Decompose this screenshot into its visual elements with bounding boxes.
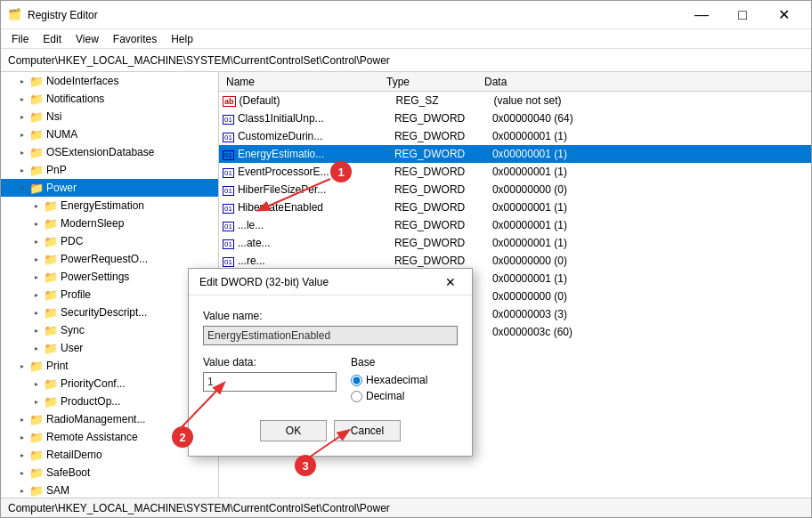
tree-expander-icon[interactable]	[29, 252, 44, 266]
tree-item[interactable]: 📁PnP	[1, 161, 218, 179]
close-button[interactable]: ✕	[763, 1, 804, 29]
tree-item[interactable]: 📁SAM	[1, 482, 218, 498]
menu-edit[interactable]: Edit	[36, 31, 69, 47]
tree-expander-icon[interactable]	[29, 376, 44, 391]
tree-item[interactable]: 📁SecurityDescript...	[1, 304, 218, 321]
table-row[interactable]: 01...ate...REG_DWORD0x00000001 (1)	[219, 234, 811, 252]
tree-item[interactable]: 📁Print	[1, 357, 218, 375]
tree-item[interactable]: 📁ProductOp...	[1, 393, 218, 410]
tree-expander-icon[interactable]	[15, 127, 29, 142]
tree-item[interactable]: 📁User	[1, 339, 218, 357]
dialog-close-button[interactable]: ✕	[440, 271, 461, 293]
folder-icon: 📁	[29, 93, 44, 106]
value-data-input[interactable]	[203, 372, 337, 392]
tree-item[interactable]: 📁Remote Assistance	[1, 428, 218, 446]
menu-view[interactable]: View	[69, 31, 106, 47]
tree-item[interactable]: 📁NUMA	[1, 125, 218, 143]
column-headers: Name Type Data	[219, 72, 811, 92]
tree-item-label: Nsi	[46, 110, 61, 123]
table-row[interactable]: 01EventProcessorE...REG_DWORD0x00000001 …	[219, 163, 811, 181]
radio-hexadecimal[interactable]: Hexadecimal	[351, 374, 458, 386]
tree-expander-icon[interactable]	[15, 359, 29, 373]
tree-expander-icon[interactable]	[29, 198, 44, 213]
tree-item[interactable]: 📁PriorityConf...	[1, 375, 218, 393]
tree-item[interactable]: 📁OSExtensionDatabase	[1, 143, 218, 161]
tree-expander-icon[interactable]	[29, 341, 44, 355]
tree-expander-icon[interactable]	[15, 74, 29, 88]
tree-expander-icon[interactable]	[15, 109, 29, 124]
folder-icon: 📁	[44, 199, 58, 213]
tree-item[interactable]: 📁RadioManagement...	[1, 410, 218, 428]
registry-entry-icon: 01	[223, 183, 234, 196]
tree-item-label: Remote Assistance	[46, 431, 138, 443]
cancel-button[interactable]: Cancel	[334, 420, 401, 441]
tree-expander-icon[interactable]	[15, 181, 29, 195]
tree-item[interactable]: 📁SafeBoot	[1, 464, 218, 482]
table-row[interactable]: 01EnergyEstimatio...REG_DWORD0x00000001 …	[219, 145, 811, 163]
tree-item[interactable]: 📁PDC	[1, 232, 218, 250]
col-header-type[interactable]: Type	[383, 76, 481, 88]
registry-entry-icon: 01	[223, 237, 234, 249]
minimize-button[interactable]: —	[681, 1, 722, 29]
table-row[interactable]: 01...re...REG_DWORD0x00000000 (0)	[219, 252, 811, 270]
tree-item[interactable]: 📁EnergyEstimation	[1, 197, 218, 214]
table-row[interactable]: ab(Default)REG_SZ(value not set)	[219, 92, 811, 109]
folder-icon: 📁	[29, 110, 44, 124]
tree-item[interactable]: 📁Nsi	[1, 108, 218, 125]
tree-item[interactable]: 📁PowerRequestO...	[1, 250, 218, 268]
menu-help[interactable]: Help	[164, 31, 200, 47]
value-name-input[interactable]	[203, 326, 458, 345]
tree-expander-icon[interactable]	[15, 145, 29, 159]
menu-favorites[interactable]: Favorites	[106, 31, 164, 47]
window-title: Registry Editor	[28, 9, 681, 21]
tree-item-label: PriorityConf...	[61, 377, 126, 390]
tree-item[interactable]: 📁NodeInterfaces	[1, 72, 218, 90]
folder-icon: 📁	[44, 235, 58, 248]
address-path[interactable]: Computer\HKEY_LOCAL_MACHINE\SYSTEM\Curre…	[8, 54, 390, 67]
col-header-data[interactable]: Data	[481, 76, 808, 88]
radio-decimal[interactable]: Decimal	[351, 390, 458, 402]
tree-expander-icon[interactable]	[15, 483, 29, 498]
folder-icon: 📁	[44, 342, 58, 355]
tree-expander-icon[interactable]	[15, 448, 29, 462]
table-row[interactable]: 01Class1InitialUnp...REG_DWORD0x00000040…	[219, 109, 811, 127]
tree-item[interactable]: 📁Profile	[1, 286, 218, 304]
decimal-radio[interactable]	[351, 391, 362, 402]
tree-expander-icon[interactable]	[15, 430, 29, 444]
tree-expander-icon[interactable]	[29, 305, 44, 320]
tree-item[interactable]: 📁ModernSleep	[1, 214, 218, 232]
table-row[interactable]: 01CustomizeDurin...REG_DWORD0x00000001 (…	[219, 127, 811, 145]
registry-entry-data: 0x00000000 (0)	[492, 290, 808, 303]
tree-item[interactable]: 📁RetailDemo	[1, 446, 218, 464]
tree-expander-icon[interactable]	[29, 270, 44, 284]
tree-item[interactable]: 📁Notifications	[1, 90, 218, 108]
hexadecimal-radio[interactable]	[351, 375, 362, 386]
tree-expander-icon[interactable]	[15, 163, 29, 177]
ok-button[interactable]: OK	[260, 420, 327, 441]
registry-entry-type: REG_DWORD	[394, 166, 492, 178]
tree-expander-icon[interactable]	[15, 412, 29, 426]
registry-entry-data: 0x00000001 (1)	[492, 219, 808, 231]
tree-expander-icon[interactable]	[29, 394, 44, 409]
tree-expander-icon[interactable]	[15, 92, 29, 106]
tree-item[interactable]: 📁Power	[1, 179, 218, 197]
tree-item[interactable]: 📁Sync	[1, 321, 218, 339]
tree-expander-icon[interactable]	[15, 465, 29, 480]
tree-expander-icon[interactable]	[29, 323, 44, 337]
table-row[interactable]: 01...le...REG_DWORD0x00000001 (1)	[219, 216, 811, 234]
maximize-button[interactable]: □	[722, 1, 763, 29]
menu-file[interactable]: File	[4, 31, 36, 47]
registry-entry-type: REG_DWORD	[394, 148, 492, 160]
col-header-name[interactable]: Name	[223, 76, 383, 88]
registry-editor-window: 🗂️ Registry Editor — □ ✕ File Edit View …	[0, 0, 812, 518]
table-row[interactable]: 01HibernateEnabledREG_DWORD0x00000001 (1…	[219, 198, 811, 216]
tree-expander-icon[interactable]	[29, 234, 44, 248]
tree-item-label: RadioManagement...	[46, 413, 145, 425]
tree-item[interactable]: 📁PowerSettings	[1, 268, 218, 286]
registry-entry-icon: 01	[223, 201, 234, 214]
tree-expander-icon[interactable]	[29, 287, 44, 302]
registry-entry-type: REG_DWORD	[394, 255, 492, 267]
tree-expander-icon[interactable]	[29, 216, 44, 231]
tree-panel[interactable]: 📁NodeInterfaces📁Notifications📁Nsi📁NUMA📁O…	[1, 72, 219, 498]
table-row[interactable]: 01HiberFileSizePer...REG_DWORD0x00000000…	[219, 181, 811, 198]
